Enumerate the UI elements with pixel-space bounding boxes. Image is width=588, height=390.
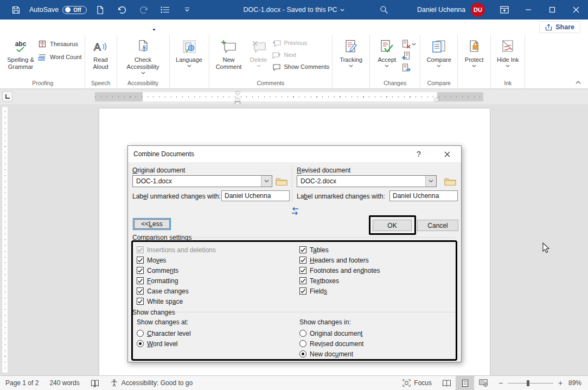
zoom-level[interactable]: 89% <box>568 379 588 387</box>
autosave-toggle[interactable]: AutoSave Off <box>29 6 87 14</box>
ribbon-tab[interactable] <box>163 24 180 30</box>
word-count-indicator[interactable]: 240 words <box>44 376 85 390</box>
next-comment-button[interactable]: Next <box>272 50 330 59</box>
thesaurus-button[interactable]: Thesaurus <box>37 40 82 48</box>
checkbox[interactable] <box>299 277 306 284</box>
hide-ink-button[interactable]: Hide Ink <box>494 36 522 68</box>
revised-document-combobox[interactable]: DOC-2.docx <box>297 175 437 187</box>
user-name[interactable]: Daniel Uchenna <box>417 6 465 14</box>
search-icon[interactable] <box>376 3 392 17</box>
checkbox[interactable] <box>137 257 144 264</box>
radio-button[interactable] <box>299 350 306 357</box>
checkbox[interactable] <box>137 287 144 295</box>
avatar[interactable]: DU <box>471 3 485 17</box>
ribbon-tab[interactable] <box>145 24 163 30</box>
check-accessibility-button[interactable]: Check Accessibility <box>120 36 167 75</box>
maximize-button[interactable] <box>540 0 564 20</box>
checkbox-item[interactable]: Tables <box>299 245 380 255</box>
zoom-slider[interactable] <box>508 383 553 383</box>
proofing-status-icon[interactable] <box>85 376 105 390</box>
unmarked-name-input-left[interactable] <box>221 190 290 201</box>
read-aloud-button[interactable]: A Read Aloud <box>88 36 114 72</box>
checkbox-item[interactable]: Textboxes <box>299 276 380 286</box>
ribbon-tab[interactable] <box>7 24 24 30</box>
combobox-dropdown-button[interactable] <box>425 176 436 187</box>
radio-button[interactable] <box>299 340 306 347</box>
ribbon-tab[interactable] <box>59 24 76 30</box>
new-comment-button[interactable]: New Comment <box>212 36 246 72</box>
tracking-button[interactable]: Tracking <box>335 36 367 68</box>
tab-selector-button[interactable] <box>2 91 12 101</box>
unmarked-name-input-right[interactable] <box>389 190 458 201</box>
protect-button[interactable]: Protect <box>461 36 488 68</box>
combobox-dropdown-button[interactable] <box>261 176 272 187</box>
compare-button[interactable]: Compare <box>423 36 455 68</box>
spelling-grammar-button[interactable]: abc Spelling & Grammar <box>4 36 37 72</box>
accept-button[interactable]: Accept <box>373 36 401 68</box>
dialog-close-button[interactable] <box>436 146 458 162</box>
save-icon[interactable] <box>8 3 24 17</box>
less-button[interactable]: << Less <box>133 218 171 230</box>
ribbon-tab[interactable] <box>128 24 145 30</box>
checkbox[interactable] <box>299 267 306 274</box>
ribbon-tab[interactable] <box>76 24 93 30</box>
checkbox-item[interactable]: Case changes <box>137 286 216 296</box>
radio-item[interactable]: Character level <box>137 328 191 338</box>
cancel-button[interactable]: Cancel <box>417 220 458 231</box>
show-comments-button[interactable]: Show Comments <box>272 62 330 71</box>
undo-button[interactable] <box>114 3 130 17</box>
checkbox-item[interactable]: Fields <box>299 286 380 296</box>
zoom-slider-handle[interactable] <box>527 380 529 386</box>
checkbox[interactable] <box>299 257 306 264</box>
hanging-indent-marker[interactable] <box>235 97 240 101</box>
previous-comment-button[interactable]: Previous <box>272 39 330 47</box>
radio-button[interactable] <box>137 330 144 337</box>
first-line-indent-marker[interactable] <box>235 92 240 95</box>
checkbox[interactable] <box>137 298 144 305</box>
checkbox-item[interactable]: Comments <box>137 265 216 276</box>
revised-browse-folder-button[interactable] <box>443 175 457 187</box>
zoom-out-button[interactable]: − <box>498 379 503 387</box>
original-browse-folder-button[interactable] <box>274 175 289 187</box>
checkbox-item[interactable]: Formatting <box>137 276 216 286</box>
page-indicator[interactable]: Page 1 of 2 <box>0 376 44 390</box>
accessibility-status[interactable]: Accessibility: Good to go <box>105 376 198 390</box>
bullet-list-icon[interactable] <box>157 3 174 17</box>
reject-change-button[interactable] <box>402 39 416 49</box>
print-layout-button[interactable] <box>456 376 474 390</box>
ribbon-tab[interactable] <box>41 24 59 30</box>
checkbox-item[interactable]: Moves <box>137 255 216 265</box>
radio-button[interactable] <box>299 330 306 337</box>
ribbon-tab[interactable] <box>24 24 41 30</box>
original-document-combobox[interactable]: DOC-1.docx <box>132 175 272 187</box>
radio-item[interactable]: Revised document <box>299 338 363 349</box>
checkbox[interactable] <box>299 246 306 253</box>
next-change-button[interactable] <box>402 63 416 73</box>
radio-item[interactable]: New document <box>299 349 363 359</box>
radio-item[interactable]: Word level <box>137 338 191 349</box>
swap-documents-icon[interactable] <box>290 207 300 215</box>
web-layout-button[interactable] <box>474 376 493 390</box>
checkbox-item[interactable]: Headers and footers <box>299 255 380 265</box>
checkbox-item[interactable]: Insertions and deletions <box>137 245 216 255</box>
collapse-ribbon-button[interactable] <box>574 79 583 86</box>
ribbon-display-options-icon[interactable] <box>493 0 516 20</box>
zoom-in-button[interactable]: + <box>558 379 563 387</box>
radio-button[interactable] <box>137 340 144 347</box>
close-button[interactable] <box>564 0 588 20</box>
ribbon-tab[interactable] <box>111 24 128 30</box>
radio-item[interactable]: Original document <box>299 328 363 338</box>
read-mode-button[interactable] <box>437 376 456 390</box>
checkbox-item[interactable]: Footnotes and endnotes <box>299 265 380 276</box>
checkbox[interactable] <box>137 267 144 274</box>
quick-access-chevron-icon[interactable] <box>179 3 195 17</box>
focus-mode-button[interactable]: Focus <box>397 376 437 390</box>
ok-button[interactable]: OK <box>373 220 412 231</box>
ribbon-tab[interactable] <box>93 24 111 30</box>
new-document-icon[interactable] <box>92 3 108 17</box>
word-count-button[interactable]: 123 Word Count <box>37 53 82 61</box>
delete-comment-button[interactable]: Delete <box>246 36 272 68</box>
share-button[interactable]: Share <box>539 21 580 33</box>
checkbox-item[interactable]: White space <box>137 296 216 306</box>
previous-change-button[interactable] <box>402 51 416 61</box>
